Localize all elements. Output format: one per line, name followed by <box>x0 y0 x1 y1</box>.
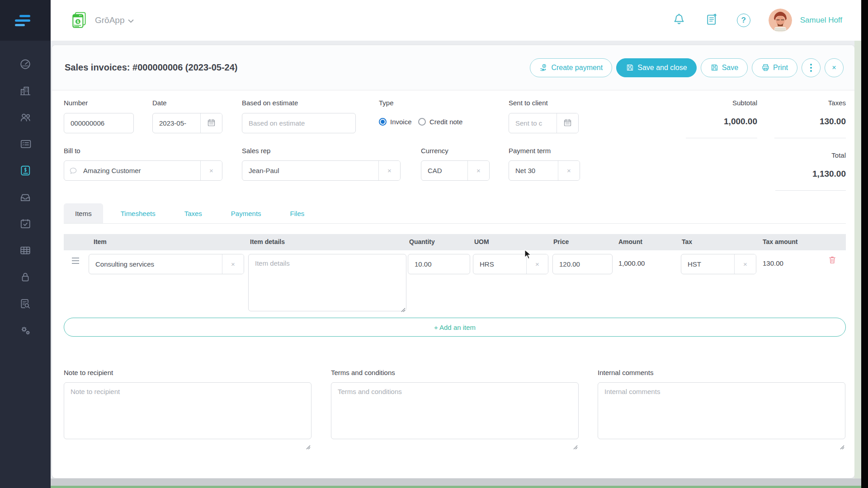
sales-rep-input[interactable] <box>242 161 378 180</box>
number-field[interactable] <box>64 113 134 133</box>
currency-field[interactable]: × <box>421 160 490 181</box>
col-uom: UOM <box>474 238 489 245</box>
save-and-close-button[interactable]: Save and close <box>616 58 696 77</box>
note-to-recipient-textarea[interactable] <box>64 382 311 439</box>
tab-taxes[interactable]: Taxes <box>173 203 213 223</box>
sidebar-item-settings[interactable] <box>19 325 31 337</box>
hamburger-menu-icon[interactable] <box>15 13 36 28</box>
uom-input[interactable] <box>473 254 526 274</box>
terms-textarea[interactable] <box>331 382 579 439</box>
type-option-invoice[interactable]: Invoice <box>379 118 412 126</box>
resize-handle-icon[interactable] <box>573 443 578 448</box>
lock-icon <box>19 271 31 285</box>
currency-clear-button[interactable]: × <box>467 161 489 180</box>
tab-files[interactable]: Files <box>279 203 316 223</box>
delete-row-button[interactable] <box>828 255 837 267</box>
tab-timesheets[interactable]: Timesheets <box>109 203 167 223</box>
currency-input[interactable] <box>421 161 467 180</box>
uom-clear-button[interactable]: × <box>526 254 548 274</box>
close-button[interactable]: × <box>825 58 844 77</box>
total-block: Total 1,130.00 <box>775 151 846 191</box>
create-payment-button[interactable]: Create payment <box>530 58 612 77</box>
trash-icon <box>828 258 837 266</box>
app-switcher[interactable]: GrōApp <box>95 15 134 25</box>
chevron-down-icon <box>128 15 134 25</box>
number-input[interactable] <box>64 113 133 133</box>
sales-rep-field[interactable]: × <box>242 160 401 181</box>
item-clear-button[interactable]: × <box>222 254 244 274</box>
tax-input[interactable] <box>681 254 734 274</box>
notifications-button[interactable] <box>672 13 686 28</box>
internal-comments-textarea[interactable] <box>598 382 845 439</box>
item-input[interactable] <box>89 254 222 274</box>
sidebar-item-contacts[interactable] <box>19 112 31 124</box>
resize-handle-icon[interactable] <box>306 443 311 448</box>
sent-to-client-field[interactable] <box>509 113 579 133</box>
price-field[interactable] <box>552 254 613 274</box>
sidebar-item-sales-invoices[interactable] <box>19 165 31 177</box>
close-icon: × <box>832 64 836 72</box>
news-button[interactable] <box>704 13 719 28</box>
scrollbar-track[interactable] <box>854 41 861 488</box>
sales-rep-label: Sales rep <box>242 147 270 155</box>
sidebar-item-checklist[interactable] <box>19 139 31 150</box>
based-on-estimate-field[interactable] <box>242 113 356 133</box>
col-amount: Amount <box>618 238 642 245</box>
bill-to-label: Bill to <box>64 147 80 155</box>
terms-label: Terms and conditions <box>331 369 579 376</box>
user-name[interactable]: Samuel Hoff <box>800 16 842 25</box>
save-icon <box>626 63 634 72</box>
bill-to-input[interactable] <box>82 161 200 180</box>
app-logo-icon[interactable]: $ <box>70 11 89 30</box>
sidebar-item-dashboard[interactable] <box>19 59 31 70</box>
taxes-block: Taxes 130.00 <box>774 99 846 138</box>
create-payment-label: Create payment <box>551 64 603 72</box>
payment-term-clear-button[interactable]: × <box>558 161 580 180</box>
item-details-textarea[interactable] <box>248 254 406 311</box>
col-item-details: Item details <box>250 238 285 245</box>
taxes-label: Taxes <box>774 99 846 107</box>
bill-to-clear-button[interactable]: × <box>200 161 222 180</box>
bill-to-field[interactable]: × <box>64 160 222 181</box>
print-button[interactable]: Print <box>752 58 797 77</box>
uom-field[interactable]: × <box>473 254 548 274</box>
sidebar-item-calendar[interactable] <box>19 219 31 230</box>
add-item-button[interactable]: + Add an item <box>64 318 846 337</box>
sidebar-item-reports[interactable] <box>19 299 31 310</box>
payment-hand-icon <box>539 63 548 72</box>
payment-term-field[interactable]: × <box>509 160 580 181</box>
card-header: Sales invoices: #000000006 (2023-05-24) … <box>52 45 854 90</box>
payment-term-input[interactable] <box>509 161 558 180</box>
sales-rep-clear-button[interactable]: × <box>378 161 400 180</box>
save-button[interactable]: Save <box>701 58 748 77</box>
price-input[interactable] <box>553 254 612 274</box>
tab-payments[interactable]: Payments <box>220 203 273 223</box>
tab-items[interactable]: Items <box>64 203 103 223</box>
sidebar-item-inbox[interactable] <box>19 192 31 204</box>
help-button[interactable]: ? <box>737 14 750 27</box>
date-input[interactable] <box>153 113 200 133</box>
type-option-credit-note[interactable]: Credit note <box>418 118 462 126</box>
sidebar-item-tables[interactable] <box>19 245 31 257</box>
print-label: Print <box>773 64 788 72</box>
quantity-input[interactable] <box>408 254 470 274</box>
sidebar-item-company[interactable] <box>19 85 31 97</box>
tax-field[interactable]: × <box>681 254 756 274</box>
quantity-field[interactable] <box>408 254 470 274</box>
col-tax-amount: Tax amount <box>763 238 798 245</box>
item-field[interactable]: × <box>89 254 244 274</box>
report-search-icon <box>19 298 31 311</box>
avatar[interactable] <box>769 9 792 32</box>
sent-date-picker-button[interactable] <box>557 113 578 133</box>
row-drag-handle[interactable] <box>72 258 79 266</box>
more-actions-button[interactable] <box>802 58 821 77</box>
chat-bubble-icon <box>64 161 82 180</box>
date-picker-button[interactable] <box>200 113 222 133</box>
sidebar-item-security[interactable] <box>19 272 31 284</box>
based-on-estimate-input[interactable] <box>242 113 355 133</box>
date-field[interactable] <box>152 113 222 133</box>
resize-handle-icon[interactable] <box>840 443 844 448</box>
page-title: Sales invoices: #000000006 (2023-05-24) <box>65 62 238 73</box>
tax-clear-button[interactable]: × <box>734 254 756 274</box>
sent-to-client-input[interactable] <box>509 113 557 133</box>
